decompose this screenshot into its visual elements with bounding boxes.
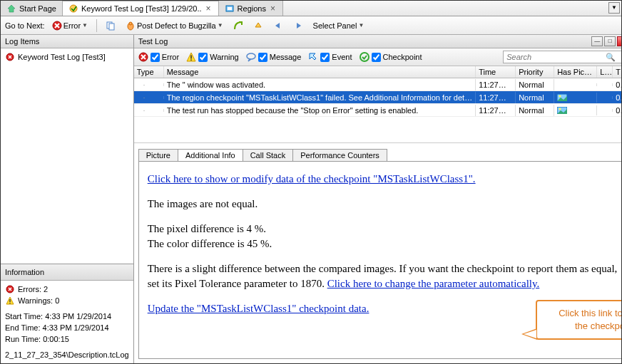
close-icon[interactable]: × [269,4,277,14]
cell-message: The region checkpoint "MSTaskListWClass1… [164,92,476,103]
search-input[interactable] [504,52,603,62]
go-to-error-button[interactable]: Error ▼ [49,20,91,31]
svg-rect-14 [190,60,192,61]
filter-message-checkbox[interactable] [258,53,267,62]
search-icon[interactable]: 🔍 [603,53,618,62]
warning-icon [5,296,15,306]
svg-rect-11 [9,303,10,303]
log-items-tree[interactable]: Keyword Test Log [Test3] [1,48,133,264]
show-modify-link[interactable]: Click here to show or modify data of the… [148,173,476,184]
detail-text: There is a slight difference between the… [148,261,619,291]
end-time: End Time: 4:33 PM 1/29/2014 [5,322,129,333]
cell-time: 11:27… [476,92,516,103]
cell-ti: 0… [613,79,622,90]
tab-picture[interactable]: Picture [138,149,178,161]
warning-icon [186,52,196,62]
col-message[interactable]: Message [164,66,476,78]
maximize-button[interactable]: □ [604,36,616,46]
filter-error-checkbox[interactable] [151,53,160,62]
close-button[interactable]: × [617,36,622,46]
tree-root-item[interactable]: Keyword Test Log [Test3] [5,51,129,63]
back-button[interactable] [270,20,286,31]
search-dropdown-icon[interactable]: ▼ [618,54,622,61]
tabs-dropdown-button[interactable]: ▼ [608,2,620,14]
detail-text: The images are not equal. [148,197,619,212]
col-ti[interactable]: Ti… [613,66,622,78]
svg-rect-2 [228,7,232,10]
regions-icon [225,4,235,14]
cell-haspic [554,93,597,103]
forward-arrow-icon [293,21,303,31]
grid-row[interactable]: The region checkpoint "MSTaskListWClass1… [134,91,622,104]
jump-button[interactable] [230,20,246,31]
log-grid: Type Message Time Priority Has Pict… L… … [134,66,622,143]
caret-down-icon: ▼ [358,22,364,28]
error-icon [138,52,148,62]
copy-button[interactable] [103,20,118,31]
minimize-button[interactable]: — [591,36,603,46]
col-time[interactable]: Time [476,66,516,78]
filter-error[interactable]: Error [138,52,179,62]
callout-text: the checkpoint. [544,320,622,333]
close-icon[interactable]: × [205,4,213,14]
filter-event[interactable]: Event [308,52,352,62]
tab-regions[interactable]: Regions × [219,1,283,16]
change-param-link[interactable]: Click here to change the parameter autom… [327,278,540,289]
log-items-header: Log Items [1,35,133,48]
log-path: 2_11_27_23_354\Description.tcLog [5,349,129,360]
additional-info-body: Click here to show or modify data of the… [138,161,622,359]
home-icon [6,4,16,14]
cell-l [597,96,613,99]
search-box[interactable]: 🔍 ▼ [503,51,622,63]
filter-warning-checkbox[interactable] [198,53,208,62]
up-arrow-icon [253,21,263,31]
filter-bar: Error Warning Message Event Checkpoint [134,48,622,66]
copy-icon [106,21,116,31]
forward-button[interactable] [290,20,306,31]
svg-point-7 [129,22,132,25]
information-header: Information [1,264,133,281]
up-button[interactable] [250,20,266,31]
errors-count: Errors: 2 [18,284,48,295]
checkpoint-icon [360,52,369,62]
svg-point-15 [247,53,255,59]
tab-keyword-log[interactable]: Keyword Test Log [Test3] 1/29/20.. × [63,1,219,16]
post-defect-button[interactable]: Post Defect to Bugzilla ▼ [123,20,226,31]
message-icon [246,52,256,62]
cell-ti: 0… [613,105,622,116]
col-priority[interactable]: Priority [516,66,554,78]
cell-priority: Normal [516,92,554,103]
error-icon [5,284,15,294]
tab-performance[interactable]: Performance Counters [292,149,387,161]
filter-warning[interactable]: Warning [186,52,239,62]
cell-haspic [554,83,597,86]
cell-message: The test run has stopped because the "St… [164,105,476,116]
tab-start-page[interactable]: Start Page [1,1,63,16]
col-haspic[interactable]: Has Pict… [554,66,597,78]
svg-rect-10 [9,299,10,302]
col-type[interactable]: Type [134,66,164,78]
cell-l [597,109,613,112]
filter-event-checkbox[interactable] [320,53,330,62]
tab-label: Keyword Test Log [Test3] 1/29/20.. [81,4,202,13]
update-checkpoint-link[interactable]: Update the "MSTaskListWClass1" checkpoin… [148,303,369,314]
information-panel: Information Errors: 2 Warnings: 0 Start … [1,264,133,363]
svg-point-19 [559,95,561,97]
filter-checkpoint-checkbox[interactable] [372,53,381,62]
error-icon [52,21,62,31]
tab-call-stack[interactable]: Call Stack [243,149,294,161]
grid-row[interactable]: The test run has stopped because the "St… [134,104,622,117]
test-log-title: Test Log [138,37,168,46]
grid-row[interactable]: The " window was activated.11:27…Normal0… [134,78,622,91]
filter-checkpoint[interactable]: Checkpoint [360,52,422,62]
svg-point-22 [559,108,561,110]
filter-message[interactable]: Message [246,52,302,62]
cell-time: 11:27… [476,105,516,116]
back-arrow-icon [273,21,283,31]
tab-additional-info[interactable]: Additional Info [178,149,243,161]
select-panel-button[interactable]: Select Panel ▼ [310,21,367,31]
col-l[interactable]: L… [597,66,613,78]
svg-rect-5 [109,24,114,30]
cell-priority: Normal [516,79,554,90]
tab-label: Regions [238,4,266,13]
